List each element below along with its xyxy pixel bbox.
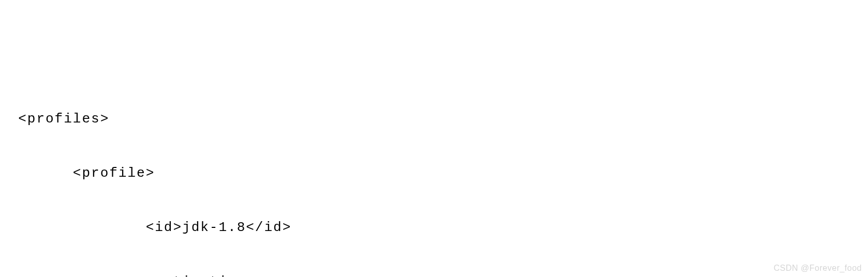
code-line: <profiles> (0, 110, 868, 128)
code-line: <profile> (0, 164, 868, 182)
code-line: <id>jdk-1.8</id> (0, 219, 868, 237)
watermark: CSDN @Forever_food (774, 263, 862, 274)
code-block: <profiles> <profile> <id>jdk-1.8</id> <a… (0, 72, 868, 277)
code-line: <activation> (0, 273, 868, 277)
